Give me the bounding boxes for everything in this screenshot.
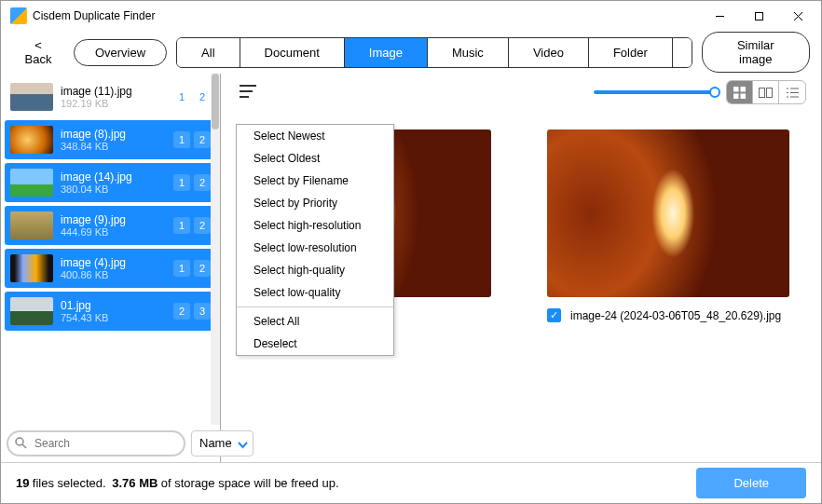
thumbnail [10, 297, 53, 325]
select-checkbox[interactable] [547, 308, 561, 322]
list-item[interactable]: image (8).jpg348.84 KB12 [5, 120, 216, 159]
tab-all[interactable]: All [177, 38, 240, 67]
statusbar: 19 files selected. 3.76 MB of storage sp… [1, 462, 821, 503]
list-item[interactable]: 01.jpg754.43 KB23 [5, 292, 216, 331]
file-size: 192.19 KB [61, 98, 173, 109]
titlebar: Cisdem Duplicate Finder [1, 1, 821, 31]
file-name: image (9).jpg [61, 213, 173, 226]
svg-rect-10 [741, 87, 746, 91]
preview-image[interactable] [547, 129, 789, 297]
list-item[interactable]: image (9).jpg444.69 KB12 [5, 206, 216, 245]
count-badge: 1 [173, 217, 190, 234]
menu-item[interactable]: Select Oldest [237, 147, 393, 170]
svg-rect-1 [755, 12, 762, 20]
status-text: 19 files selected. 3.76 MB of storage sp… [16, 476, 339, 490]
back-button[interactable]: < Back [12, 33, 64, 72]
svg-rect-12 [741, 94, 746, 99]
tab-music[interactable]: Music [428, 38, 509, 67]
file-name: image (8).jpg [61, 128, 173, 141]
file-name: image (4).jpg [61, 256, 173, 269]
file-size: 754.43 KB [61, 312, 173, 323]
tab-other[interactable]: Other [673, 38, 692, 67]
file-size: 444.69 KB [61, 226, 173, 238]
search-icon [15, 437, 27, 452]
scrollbar-thumb[interactable] [212, 74, 219, 129]
file-name: 01.jpg [61, 299, 173, 312]
similar-image-button[interactable]: Similar image [702, 32, 810, 73]
zoom-slider[interactable] [594, 90, 715, 94]
menu-item[interactable]: Select All [237, 310, 393, 333]
menu-item[interactable]: Select Newest [237, 125, 393, 147]
overview-button[interactable]: Overview [74, 39, 167, 66]
menu-item[interactable]: Select low-resolution [237, 237, 393, 259]
file-name: image (14).jpg [61, 170, 173, 184]
svg-rect-9 [733, 87, 738, 91]
file-name: image (11).jpg [61, 85, 173, 98]
count-badge: 2 [173, 303, 190, 320]
menu-item[interactable]: Select low-quality [237, 281, 393, 304]
grid-view-button[interactable] [727, 81, 753, 103]
svg-point-4 [16, 438, 23, 445]
menu-item[interactable]: Select by Priority [237, 192, 393, 214]
separator [237, 306, 393, 307]
thumbnail [10, 126, 53, 154]
count-badge: 1 [173, 260, 190, 277]
minimize-button[interactable] [700, 3, 739, 29]
preview-filename: image-24 (2024-03-06T05_48_20.629).jpg [570, 309, 781, 322]
svg-rect-13 [760, 88, 765, 97]
menu-item[interactable]: Select by Filename [237, 170, 393, 192]
sidebar: image (11).jpg192.19 KB12image (8).jpg34… [1, 74, 221, 462]
close-button[interactable] [778, 3, 817, 29]
tab-image[interactable]: Image [345, 38, 428, 67]
delete-button[interactable]: Delete [696, 468, 806, 498]
main-toolbar [221, 74, 821, 111]
svg-rect-14 [767, 88, 773, 97]
list-item[interactable]: image (4).jpg400.86 KB12 [5, 249, 216, 288]
search-input[interactable] [7, 430, 185, 456]
duplicate-group-list[interactable]: image (11).jpg192.19 KB12image (8).jpg34… [1, 74, 220, 425]
scrollbar[interactable] [211, 74, 220, 425]
thumbnail [10, 169, 53, 197]
count-badge: 1 [173, 131, 190, 148]
list-item[interactable]: image (14).jpg380.04 KB12 [5, 163, 216, 202]
view-mode-switcher [726, 80, 806, 104]
count-badge: 2 [194, 89, 211, 105]
category-tabs: AllDocumentImageMusicVideoFolderOther [176, 37, 692, 68]
count-badge: 2 [194, 131, 211, 148]
list-item[interactable]: image (11).jpg192.19 KB12 [5, 77, 216, 116]
window-title: Cisdem Duplicate Finder [33, 9, 700, 22]
file-size: 380.04 KB [61, 184, 173, 195]
thumbnail [10, 254, 53, 282]
preview-card: image-24 (2024-03-06T05_48_20.629).jpg [547, 129, 789, 322]
menu-item[interactable]: Deselect [237, 333, 393, 355]
selection-dropdown: Select NewestSelect OldestSelect by File… [236, 124, 394, 356]
thumbnail [10, 83, 53, 111]
maximize-button[interactable] [739, 3, 778, 29]
slider-knob[interactable] [709, 87, 720, 98]
toolbar: < Back Overview AllDocumentImageMusicVid… [1, 31, 821, 74]
count-badge: 3 [194, 303, 211, 320]
selection-menu-button[interactable] [236, 80, 262, 105]
tab-document[interactable]: Document [240, 38, 345, 67]
sidebar-footer: Name [1, 425, 220, 462]
count-badge: 1 [173, 174, 190, 191]
file-size: 400.86 KB [61, 269, 173, 280]
count-badge: 2 [194, 260, 211, 277]
menu-item[interactable]: Select high-quality [237, 259, 393, 281]
svg-line-5 [22, 444, 26, 448]
list-view-button[interactable] [779, 81, 805, 103]
tab-folder[interactable]: Folder [589, 38, 673, 67]
file-size: 348.84 KB [61, 141, 173, 152]
count-badge: 2 [194, 174, 211, 191]
app-icon [10, 7, 27, 24]
svg-rect-11 [733, 94, 738, 99]
count-badge: 1 [173, 89, 190, 105]
compare-view-button[interactable] [753, 81, 779, 103]
thumbnail [10, 211, 53, 239]
menu-item[interactable]: Select high-resolution [237, 214, 393, 237]
count-badge: 2 [194, 217, 211, 234]
tab-video[interactable]: Video [509, 38, 589, 67]
app-window: Cisdem Duplicate Finder < Back Overview … [0, 0, 822, 504]
